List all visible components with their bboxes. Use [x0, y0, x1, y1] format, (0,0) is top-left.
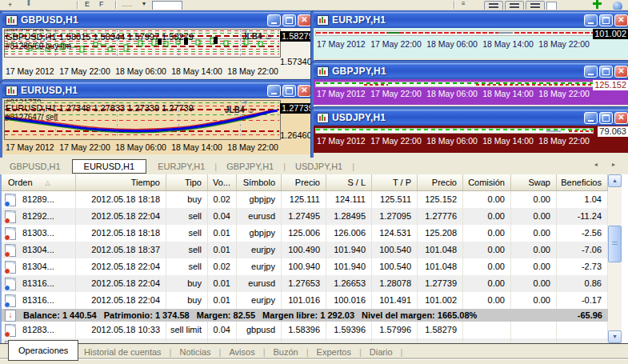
tab-expertos[interactable]: Expertos — [309, 347, 359, 357]
tab-avisos[interactable]: Avisos — [221, 347, 262, 357]
tab-usdjpy[interactable]: USDJPY,H1 — [286, 160, 352, 173]
vertical-scrollbar[interactable]: ▲ ▼ — [608, 174, 622, 343]
toolbar-tile-windows-button[interactable] — [526, 1, 545, 10]
toolbar-fragment-icon[interactable]: + — [8, 2, 12, 9]
balance-row[interactable]: ↓ Balance: 1 440.54 Patrimonio: 1 374.58… — [0, 309, 608, 322]
table-row[interactable]: 81292... 2012.05.18 22:04sell 0.04eurusd… — [0, 208, 608, 225]
order-type-icon — [5, 294, 16, 307]
ea-label: JLB4 ☺ — [225, 106, 254, 114]
table-row[interactable]: 81316... 2012.05.18 22:04buy 0.01eurjpy … — [0, 292, 608, 309]
margin-value: Margen: 82.55 — [197, 310, 255, 320]
column-header-beneficios[interactable]: Beneficios — [557, 174, 608, 190]
time-axis: 17 May 201217 May 22:00 18 May 06:0018 M… — [317, 39, 590, 49]
toolbar-grid-icon[interactable]: ≡ — [462, 0, 466, 7]
tab-diario[interactable]: Diario — [362, 347, 401, 357]
window-titlebar[interactable]: EURJPY,H1 ✕ — [314, 12, 628, 28]
table-row[interactable]: 81304... 2012.05.18 22:04sell 0.02eurjpy… — [0, 258, 608, 275]
toolbar-separator — [77, 1, 78, 9]
column-header-volumen[interactable]: Vo... — [208, 174, 237, 190]
order-type-icon — [5, 194, 16, 206]
tab-eurjpy[interactable]: EURJPY,H1 — [148, 160, 214, 173]
toolbar-fragment-icon[interactable]: ‖ — [27, 0, 30, 7]
toolbar-symbol-dropdown[interactable] — [152, 1, 182, 10]
minimize-button[interactable] — [267, 14, 281, 26]
column-header-tiempo[interactable]: Tiempo — [76, 174, 166, 190]
toolbar-line-style-icon[interactable]: ····· — [122, 2, 132, 10]
column-header-orden[interactable]: Orden △ — [0, 174, 76, 190]
window-gbpusd: GBPUSD,H1 ✕ — [0, 10, 316, 85]
bid-price-label: 125.152 — [593, 80, 628, 90]
close-button[interactable]: ✕ — [298, 85, 311, 97]
maximize-button[interactable] — [599, 112, 613, 124]
window-title: EURUSD,H1 — [21, 85, 266, 96]
close-button[interactable]: ✕ — [298, 14, 311, 26]
maximize-button[interactable] — [599, 14, 613, 26]
scroll-up-button[interactable]: ▲ — [608, 174, 622, 187]
window-titlebar[interactable]: EURUSD,H1 ✕ — [2, 82, 314, 98]
column-header-swap[interactable]: Swap — [511, 174, 557, 190]
order-label: #81286/60 buy lim — [6, 42, 71, 50]
tab-eurusd-active[interactable]: EURUSD,H1 — [72, 159, 147, 174]
tab-gbpusd[interactable]: GBPUSD,H1 — [0, 160, 70, 173]
right-gutter — [622, 174, 628, 343]
usdjpy-chart-area[interactable]: 79.063 17 May 201217 May 22:00 18 May 06… — [314, 126, 628, 153]
toolbar-add-icon[interactable] — [593, 0, 602, 9]
gbpjpy-chart-area[interactable]: 125.152 17 May 201217 May 22:00 18 May 0… — [314, 79, 628, 105]
minimize-button[interactable] — [584, 66, 598, 78]
column-header-comision[interactable]: Comisión — [463, 174, 511, 190]
tab-buzon[interactable]: Buzón — [266, 347, 306, 357]
toolbar-dropdown-arrow-icon[interactable]: ▾ — [142, 0, 146, 7]
column-header-tipo[interactable]: Tipo — [166, 174, 208, 190]
window-titlebar[interactable]: GBPUSD,H1 ✕ — [2, 12, 314, 28]
table-row[interactable]: 81289... 2012.05.18 18:18buy 0.02gbpjpy … — [0, 191, 608, 208]
toolbar-text-tool-icon[interactable]: E — [85, 1, 90, 8]
column-header-precio2[interactable]: Precio — [418, 174, 463, 190]
floating-profit-value: -65.96 — [578, 310, 608, 320]
maximize-button[interactable] — [282, 14, 296, 26]
order-type-icon — [5, 227, 16, 240]
toolbar-fib-tool-icon[interactable]: F — [99, 1, 104, 8]
scroll-down-button[interactable]: ▼ — [608, 330, 622, 343]
table-row[interactable]: 81303... 2012.05.18 18:18sell 0.01gbpjpy… — [0, 225, 608, 242]
maximize-button[interactable] — [282, 85, 296, 97]
panel-left-edge — [0, 174, 2, 343]
toolbar-internet-icon[interactable] — [613, 2, 622, 10]
balance-value: Balance: 1 440.54 — [23, 310, 97, 320]
column-header-sl[interactable]: S / L — [326, 174, 372, 190]
close-button[interactable]: ✕ — [614, 66, 628, 78]
toolbar-zoom-in-button[interactable] — [484, 1, 503, 10]
terminal-tab-bar: Operaciones Historial de cuentas | Notic… — [0, 343, 628, 360]
chart-tab-bar: GBPUSD,H1 EURUSD,H1 EURJPY,H1 | GBPJPY,H… — [0, 158, 628, 174]
column-header-simbolo[interactable]: Símbolo — [237, 174, 282, 190]
toolbar-zoom-out-button[interactable] — [505, 1, 524, 10]
window-titlebar[interactable]: USDJPY,H1 ✕ — [314, 110, 628, 126]
minimize-button[interactable] — [267, 85, 281, 97]
table-row[interactable]: 81304... 2012.05.18 18:37sell 0.01eurjpy… — [0, 242, 608, 258]
bid-price-label: 101.002 — [593, 29, 628, 39]
close-button[interactable]: ✕ — [614, 14, 628, 26]
minimize-button[interactable] — [584, 112, 598, 124]
column-header-precio[interactable]: Precio — [282, 174, 326, 190]
scrollbar-thumb[interactable] — [608, 226, 622, 262]
eurjpy-chart-area[interactable]: 101.002 17 May 201217 May 22:00 18 May 0… — [314, 28, 628, 58]
eurusd-chart-area[interactable]: #8131778 EURUSD,H1 1.27348 1.27833 1.273… — [2, 98, 314, 154]
tab-gbpjpy[interactable]: GBPJPY,H1 — [217, 160, 283, 173]
equity-value: Patrimonio: 1 374.58 — [104, 310, 190, 320]
maximize-button[interactable] — [599, 66, 613, 78]
table-row[interactable]: 81316... 2012.05.18 22:04buy 0.01eurusd … — [0, 275, 608, 292]
ohlc-readout: EURUSD,H1 1.27348 1.27833 1.27339 1.2773… — [6, 103, 194, 113]
tab-operaciones-active[interactable]: Operaciones — [8, 340, 78, 361]
tab-noticias[interactable]: Noticias — [171, 347, 218, 357]
minimize-button[interactable] — [584, 14, 598, 26]
chart-icon — [6, 15, 18, 26]
ea-label: JLB4 ☺ — [242, 32, 272, 41]
close-button[interactable]: ✕ — [614, 112, 628, 124]
tab-historial[interactable]: Historial de cuentas — [76, 347, 170, 357]
column-header-tp[interactable]: T / P — [372, 174, 418, 190]
table-row[interactable]: 81283... 2012.05.18 10:33sell limit 0.04… — [0, 322, 608, 338]
toolbar-new-chart-icon[interactable] — [546, 2, 557, 10]
window-titlebar[interactable]: GBPJPY,H1 ✕ — [314, 63, 628, 79]
tab-scroll-arrows-icon[interactable]: ◂ ▸ — [594, 161, 622, 168]
gbpusd-chart-area[interactable]: #81735/60 buy GBPUSD,H1 1.58015 1.58344 … — [2, 28, 314, 78]
time-axis: 17 May 201217 May 22:00 18 May 06:0018 M… — [317, 136, 590, 146]
